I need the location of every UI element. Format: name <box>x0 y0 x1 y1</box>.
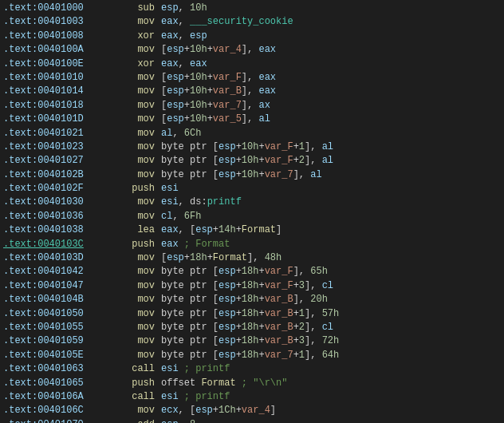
mnemonic-label: mov <box>107 210 155 223</box>
address-label: .text:00401010 <box>3 71 107 85</box>
table-row: .text:00401018mov[esp+10h+var_7], ax <box>0 99 504 113</box>
address-label: .text:00401021 <box>3 127 107 140</box>
address-label: .text:00401023 <box>3 140 107 154</box>
operand-label: eax, esp <box>161 30 207 43</box>
operand-label: byte ptr [esp+18h+var_B+1], 57h <box>161 307 339 321</box>
disassembly-view: .text:00401000subesp, 10h.text:00401003m… <box>0 0 504 423</box>
table-row: .text:0040102Fpushesi <box>0 182 504 196</box>
address-label: .text:0040106C <box>3 404 107 417</box>
operand-label: esi <box>161 182 179 196</box>
mnemonic-label: mov <box>107 15 155 29</box>
address-label: .text:00401036 <box>3 210 107 223</box>
mnemonic-label: mov <box>107 349 155 362</box>
mnemonic-label: xor <box>107 30 155 43</box>
operand-label: al, 6Ch <box>161 127 201 140</box>
address-label: .text:0040100A <box>3 43 107 57</box>
operand-label: byte ptr [esp+10h+var_7], al <box>161 168 322 182</box>
address-label: .text:00401000 <box>3 2 107 15</box>
operand-label: esi ; printf <box>161 362 230 376</box>
mnemonic-label: call <box>107 390 155 404</box>
address-label: .text:00401027 <box>3 154 107 168</box>
address-label: .text:00401065 <box>3 377 107 390</box>
address-label[interactable]: .text:0040103C <box>3 238 107 251</box>
operand-label: eax, [esp+14h+Format] <box>161 223 282 237</box>
table-row: .text:0040105Emovbyte ptr [esp+18h+var_7… <box>0 349 504 362</box>
mnemonic-label: mov <box>107 265 155 279</box>
table-row: .text:00401050movbyte ptr [esp+18h+var_B… <box>0 307 504 321</box>
table-row: .text:0040106Cmovecx, [esp+1Ch+var_4] <box>0 404 504 417</box>
table-row: .text:0040106Acallesi ; printf <box>0 390 504 404</box>
address-label: .text:0040102F <box>3 182 107 196</box>
operand-label: byte ptr [esp+10h+var_F+1], al <box>161 140 333 154</box>
address-label: .text:00401047 <box>3 279 107 293</box>
table-row: .text:00401065pushoffset Format ; "\r\n" <box>0 377 504 390</box>
operand-label: byte ptr [esp+10h+var_F+2], al <box>161 154 333 168</box>
operand-label: byte ptr [esp+18h+var_7+1], 64h <box>161 349 339 362</box>
table-row: .text:00401036movcl, 6Fh <box>0 210 504 223</box>
table-row: .text:0040101Dmov[esp+10h+var_5], al <box>0 113 504 126</box>
mnemonic-label: mov <box>107 404 155 417</box>
address-label: .text:00401059 <box>3 334 107 348</box>
operand-label: [esp+18h+Format], 48h <box>161 251 282 265</box>
mnemonic-label: mov <box>107 127 155 140</box>
mnemonic-label: mov <box>107 168 155 182</box>
table-row: .text:0040102Bmovbyte ptr [esp+10h+var_7… <box>0 168 504 182</box>
address-label: .text:00401014 <box>3 85 107 98</box>
operand-label: byte ptr [esp+18h+var_B], 20h <box>161 293 328 306</box>
mnemonic-label: call <box>107 362 155 376</box>
operand-label: ecx, [esp+1Ch+var_4] <box>161 404 276 417</box>
table-row: .text:0040104Bmovbyte ptr [esp+18h+var_B… <box>0 293 504 306</box>
table-row: .text:0040100Amov[esp+10h+var_4], eax <box>0 43 504 57</box>
operand-label: [esp+10h+var_4], eax <box>161 43 276 57</box>
address-label: .text:0040101D <box>3 113 107 126</box>
table-row: .text:00401063callesi ; printf <box>0 362 504 376</box>
mnemonic-label: mov <box>107 71 155 85</box>
table-row: .text:00401003moveax, ___security_cookie <box>0 15 504 29</box>
operand-label: eax, eax <box>161 57 207 71</box>
table-row: .text:00401023movbyte ptr [esp+10h+var_F… <box>0 140 504 154</box>
mnemonic-label: mov <box>107 113 155 126</box>
address-label: .text:00401055 <box>3 321 107 334</box>
mnemonic-label: add <box>107 418 155 423</box>
table-row: .text:0040103Cpusheax ; Format <box>0 238 504 251</box>
operand-label: esp, 8 <box>161 418 195 423</box>
mnemonic-label: push <box>107 377 155 390</box>
mnemonic-label: mov <box>107 43 155 57</box>
operand-label: [esp+10h+var_F], eax <box>161 71 276 85</box>
mnemonic-label: xor <box>107 57 155 71</box>
mnemonic-label: mov <box>107 99 155 113</box>
address-label: .text:00401070 <box>3 418 107 423</box>
address-label: .text:0040106A <box>3 390 107 404</box>
address-label: .text:0040104B <box>3 293 107 306</box>
operand-label: eax ; Format <box>161 238 230 251</box>
operand-label: byte ptr [esp+18h+var_B+2], cl <box>161 321 333 334</box>
operand-label: byte ptr [esp+18h+var_F+3], cl <box>161 279 333 293</box>
mnemonic-label: push <box>107 238 155 251</box>
operand-label: [esp+10h+var_7], ax <box>161 99 270 113</box>
address-label: .text:00401018 <box>3 99 107 113</box>
address-label: .text:0040102B <box>3 168 107 182</box>
operand-label: byte ptr [esp+18h+var_F], 65h <box>161 265 328 279</box>
table-row: .text:00401059movbyte ptr [esp+18h+var_B… <box>0 334 504 348</box>
table-row: .text:00401021moval, 6Ch <box>0 127 504 140</box>
operand-label: [esp+10h+var_5], al <box>161 113 270 126</box>
table-row: .text:00401027movbyte ptr [esp+10h+var_F… <box>0 154 504 168</box>
table-row: .text:00401010mov[esp+10h+var_F], eax <box>0 71 504 85</box>
table-row: .text:00401014mov[esp+10h+var_B], eax <box>0 85 504 98</box>
operand-label: byte ptr [esp+18h+var_B+3], 72h <box>161 334 339 348</box>
mnemonic-label: mov <box>107 321 155 334</box>
address-label: .text:00401063 <box>3 362 107 376</box>
operand-label: [esp+10h+var_B], eax <box>161 85 276 98</box>
address-label: .text:0040100E <box>3 57 107 71</box>
table-row: .text:00401047movbyte ptr [esp+18h+var_F… <box>0 279 504 293</box>
table-row: .text:00401055movbyte ptr [esp+18h+var_B… <box>0 321 504 334</box>
mnemonic-label: sub <box>107 2 155 15</box>
operand-label: eax, ___security_cookie <box>161 15 293 29</box>
address-label: .text:00401042 <box>3 265 107 279</box>
mnemonic-label: mov <box>107 251 155 265</box>
mnemonic-label: push <box>107 182 155 196</box>
mnemonic-label: mov <box>107 279 155 293</box>
operand-label: esp, 10h <box>161 2 207 15</box>
mnemonic-label: mov <box>107 334 155 348</box>
table-row: .text:00401030movesi, ds:printf <box>0 196 504 209</box>
